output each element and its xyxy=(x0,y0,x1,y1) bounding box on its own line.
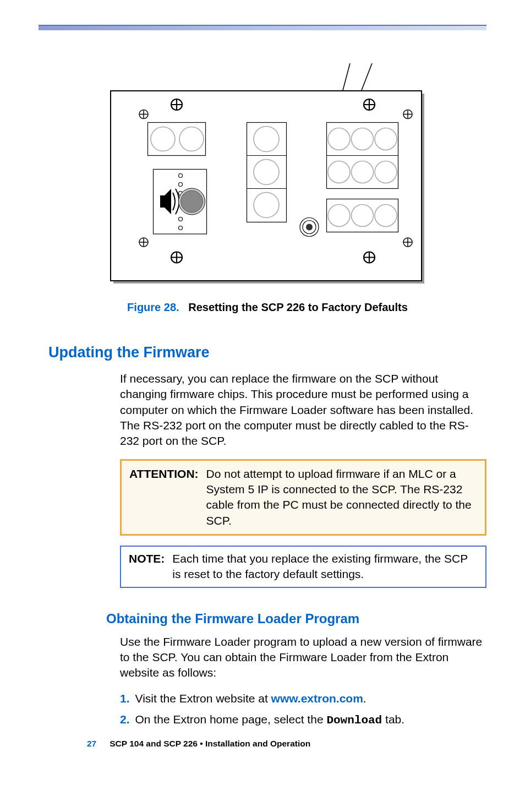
svg-point-22 xyxy=(181,190,203,212)
svg-point-42 xyxy=(352,205,374,227)
section-body: If necessary, you can replace the firmwa… xyxy=(120,371,486,449)
step-2: 2. On the Extron home page, select the D… xyxy=(120,712,486,728)
extron-link[interactable]: www.extron.com xyxy=(271,692,363,705)
figure-28: Figure 28. Resetting the SCP 226 to Fact… xyxy=(48,63,486,314)
svg-point-43 xyxy=(375,205,397,227)
figure-caption: Figure 28. Resetting the SCP 226 to Fact… xyxy=(48,301,486,314)
note-text: Each time that you replace the existing … xyxy=(172,551,478,582)
attention-callout: ATTENTION: Do not attempt to upload firm… xyxy=(120,459,486,536)
svg-point-28 xyxy=(254,193,279,218)
svg-point-36 xyxy=(375,128,397,150)
step-content: Visit the Extron website at www.extron.c… xyxy=(135,691,367,706)
svg-point-41 xyxy=(328,205,350,227)
note-label: NOTE: xyxy=(129,551,165,582)
svg-point-34 xyxy=(328,128,350,150)
svg-point-27 xyxy=(254,160,279,185)
figure-caption-text: Resetting the SCP 226 to Factory Default… xyxy=(188,301,408,313)
step-content: On the Extron home page, select the Down… xyxy=(135,712,405,728)
page-number: 27 xyxy=(87,739,96,748)
svg-point-38 xyxy=(352,161,374,183)
step-1: 1. Visit the Extron website at www.extro… xyxy=(120,691,486,706)
step-number: 1. xyxy=(120,691,130,706)
attention-text: Do not attempt to upload firmware if an … xyxy=(206,466,477,528)
svg-point-14 xyxy=(179,127,204,151)
figure-label: Figure 28. xyxy=(127,301,179,313)
device-diagram xyxy=(108,63,427,284)
step-number: 2. xyxy=(120,712,130,728)
download-tab-label: Download xyxy=(326,714,382,727)
svg-point-37 xyxy=(328,161,350,183)
subsection-title-obtaining: Obtaining the Firmware Loader Program xyxy=(106,611,486,626)
page-content: Figure 28. Resetting the SCP 226 to Fact… xyxy=(0,30,525,765)
section-title-updating-firmware: Updating the Firmware xyxy=(48,344,486,361)
header-rule xyxy=(39,25,486,30)
footer-text: SCP 104 and SCP 226 • Installation and O… xyxy=(110,739,310,748)
svg-point-13 xyxy=(151,127,175,151)
svg-point-26 xyxy=(254,127,279,152)
steps-list: 1. Visit the Extron website at www.extro… xyxy=(120,691,486,729)
page-footer: 27SCP 104 and SCP 226 • Installation and… xyxy=(87,739,486,749)
attention-label: ATTENTION: xyxy=(129,466,199,528)
svg-point-31 xyxy=(306,224,313,231)
svg-point-35 xyxy=(352,128,374,150)
subsection-body: Use the Firmware Loader program to uploa… xyxy=(120,634,486,681)
note-callout: NOTE: Each time that you replace the exi… xyxy=(120,546,486,588)
svg-point-39 xyxy=(375,161,397,183)
svg-rect-3 xyxy=(111,91,422,281)
